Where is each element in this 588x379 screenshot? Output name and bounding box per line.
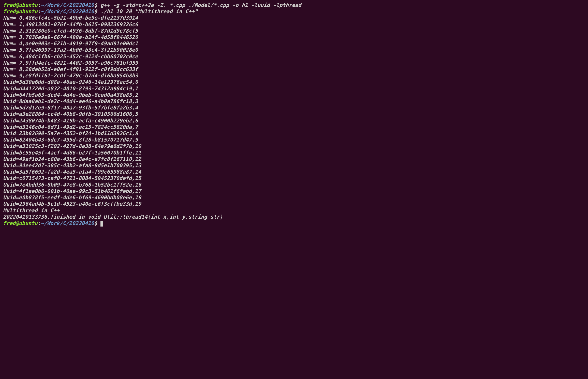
output-line: Uuid=d441720d-a832-4010-8793-74312a984c1… bbox=[3, 86, 585, 92]
output-line: Uuid=5d30e6dd-d08a-46ae-9246-14a12976ac5… bbox=[3, 79, 585, 85]
prompt-user: fred@ubuntu bbox=[3, 8, 38, 15]
prompt-dollar: $ bbox=[94, 8, 100, 15]
terminal-line: fred@ubuntu:~/Work/C/20220410$ bbox=[3, 220, 585, 227]
output-line: Num= 1,49813481-076f-44fb-b615-098236932… bbox=[3, 21, 585, 28]
prompt-dollar: $ bbox=[94, 220, 100, 226]
output-line: Uuid=4f1ae0b6-091b-46ae-99c3-51b461f6feb… bbox=[3, 188, 585, 194]
output-line: Num= 6,484c1fb6-cb25-452c-912d-cbb60702c… bbox=[3, 53, 585, 60]
output-line: Uuid=e0b838f5-eedf-4de6-bf69-4690bdb08e6… bbox=[3, 194, 585, 201]
prompt-separator: : bbox=[38, 8, 41, 15]
output-line: Uuid=49af1b24-c80a-43b6-8a4c-e7fc8f16711… bbox=[3, 156, 585, 162]
output-line: Uuid=5d7d12e9-8f17-40a7-93fb-5f7bfe8fa2b… bbox=[3, 105, 585, 111]
output-line: Multithread in C++ bbox=[3, 207, 585, 214]
command-text: ./h1 10 20 "Multithread in C++" bbox=[100, 8, 198, 15]
terminal-line: fred@ubuntu:~/Work/C/20220410$ g++ -g -s… bbox=[3, 2, 585, 8]
command-text: g++ -g -std=c++2a -I. *.cpp ./Model/*.cp… bbox=[100, 2, 301, 8]
output-line: Uuid=23b82690-5a7e-4352-bf24-1bd11d3926c… bbox=[3, 130, 585, 137]
output-line: Uuid=82404b43-6dc7-495d-8f28-b81570717d4… bbox=[3, 137, 585, 143]
prompt-path: ~/Work/C/20220410 bbox=[41, 220, 94, 226]
output-line: Num= 3,7036e9e9-6674-499a-b14f-4d58f9446… bbox=[3, 34, 585, 40]
terminal-output[interactable]: fred@ubuntu:~/Work/C/20220410$ g++ -g -s… bbox=[0, 0, 588, 229]
prompt-path: ~/Work/C/20220410 bbox=[41, 2, 94, 8]
output-line: Uuid=d3146c04-6d71-49d2-ac15-7824cc5820d… bbox=[3, 124, 585, 130]
terminal-line: fred@ubuntu:~/Work/C/20220410$ ./h1 10 2… bbox=[3, 8, 585, 15]
output-line: 20220410133736,finished in void Util::th… bbox=[3, 214, 585, 220]
output-line: Uuid=2438074b-b483-419b-acfa-c4900b229eb… bbox=[3, 118, 585, 124]
output-line: Uuid=7e4bdd36-8b09-47e8-b768-1b52bc1ff52… bbox=[3, 182, 585, 188]
output-line: Num= 9,e8fd1161-2cdf-479c-b7d4-d16ba954b… bbox=[3, 73, 585, 79]
output-line: Num= 5,7fa46997-17a2-4b00-b3c4-3f21b9002… bbox=[3, 47, 585, 53]
output-line: Uuid=3a5f6692-fa2d-4ea5-a1a4-f99c65988a8… bbox=[3, 169, 585, 175]
output-line: Num= 2,318280e0-cfcd-4936-8dbf-87d1d9c78… bbox=[3, 28, 585, 34]
output-line: Uuid=94ee42d7-385c-43b2-afa8-8d5e1b70039… bbox=[3, 162, 585, 169]
prompt-separator: : bbox=[38, 220, 41, 226]
cursor-block bbox=[100, 221, 103, 227]
output-line: Uuid=c0715473-caf0-4721-8084-59452370def… bbox=[3, 175, 585, 181]
output-line: Uuid=2964ad4b-5c1d-4523-a40e-c6f3cffbe33… bbox=[3, 201, 585, 207]
output-line: Num= 0,486cfc4c-5b21-49b0-be9e-dfe2137d3… bbox=[3, 15, 585, 21]
output-line: Uuid=a3e28864-cc4d-40b8-9dfb-3910566d160… bbox=[3, 111, 585, 117]
output-line: Uuid=8daa8ab1-de2c-40d4-ae46-a4b0a786fc1… bbox=[3, 98, 585, 105]
output-line: Num= 7,9ffd4efc-4821-4402-9057-a96c781bf… bbox=[3, 60, 585, 66]
output-line: Uuid=bc55e45f-4acf-4d86-b27f-1a56070b1ff… bbox=[3, 150, 585, 156]
prompt-separator: : bbox=[38, 2, 41, 8]
prompt-user: fred@ubuntu bbox=[3, 2, 38, 8]
output-line: Num= 8,28dab51d-e0ef-4f91-912f-c0f9ddcc6… bbox=[3, 66, 585, 73]
output-line: Num= 4,ae0e903e-621b-4919-97f9-49ad91e00… bbox=[3, 40, 585, 47]
prompt-user: fred@ubuntu bbox=[3, 220, 38, 226]
prompt-dollar: $ bbox=[94, 2, 100, 8]
output-line: Uuid=a31025c3-f292-427d-8a38-64a79e6d2f7… bbox=[3, 143, 585, 149]
output-line: Uuid=64fb5a63-dcd4-4d4e-9beb-8ced0a438e8… bbox=[3, 92, 585, 98]
prompt-path: ~/Work/C/20220410 bbox=[41, 8, 94, 15]
